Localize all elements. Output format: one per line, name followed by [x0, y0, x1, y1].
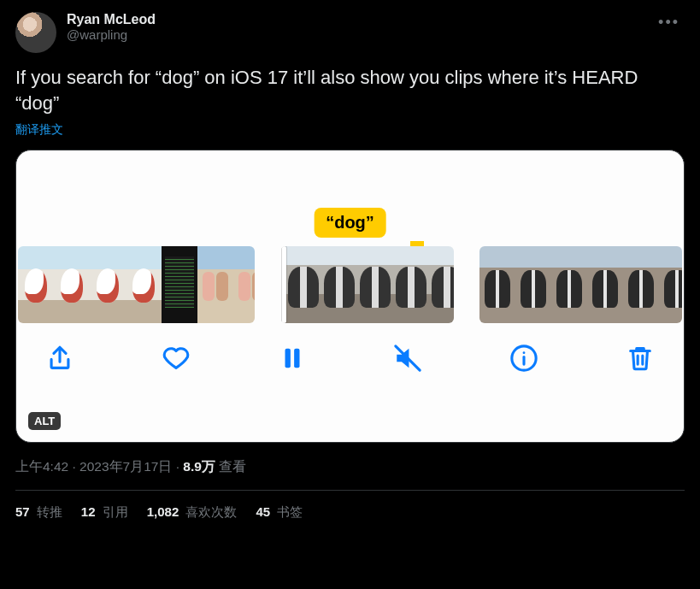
quotes-stat[interactable]: 12 引用: [81, 504, 128, 521]
thumbnail: [515, 246, 551, 323]
volume-off-icon[interactable]: [393, 344, 422, 373]
thumbnail: [587, 246, 623, 323]
thumbnail: [233, 246, 255, 323]
svg-rect-0: [285, 349, 290, 368]
thumbnail: [551, 246, 587, 323]
clip-group[interactable]: [18, 246, 255, 323]
avatar[interactable]: [15, 12, 56, 53]
media-toolbar: [16, 323, 684, 392]
thumbnail: [659, 246, 682, 323]
share-icon[interactable]: [45, 344, 74, 373]
thumbnail: [197, 246, 233, 323]
thumbnail: [356, 246, 392, 323]
media-card[interactable]: “dog”: [15, 150, 685, 443]
tweet-header: Ryan McLeod @warpling •••: [15, 12, 685, 53]
clip-group[interactable]: [479, 246, 682, 323]
thumbnail: [321, 246, 356, 323]
tweet-meta[interactable]: 上午4:42 · 2023年7月17日 · 8.9万 查看: [15, 458, 685, 476]
playhead[interactable]: [282, 246, 286, 323]
thumbnail: [392, 246, 428, 323]
views-label: 查看: [215, 459, 246, 474]
thumbnail: [54, 246, 90, 323]
clip-group[interactable]: [280, 246, 454, 323]
views-count: 8.9万: [183, 459, 215, 474]
stats-row: 57 转推 12 引用 1,082 喜欢次数 45 书签: [15, 504, 685, 521]
translate-link[interactable]: 翻译推文: [15, 122, 685, 138]
trash-icon[interactable]: [626, 344, 655, 373]
tweet: Ryan McLeod @warpling ••• If you search …: [0, 0, 700, 521]
info-icon[interactable]: [509, 344, 538, 373]
tweet-date: 2023年7月17日: [79, 459, 172, 474]
author-block[interactable]: Ryan McLeod @warpling: [67, 12, 643, 42]
media-top-area: “dog”: [16, 150, 684, 246]
thumbnail: [162, 246, 197, 323]
thumbnail: [479, 246, 515, 323]
display-name: Ryan McLeod: [67, 12, 643, 27]
thumbnail: [285, 246, 321, 323]
bookmarks-stat[interactable]: 45 书签: [256, 504, 303, 521]
likes-stat[interactable]: 1,082 喜欢次数: [147, 504, 238, 521]
search-term-bubble: “dog”: [314, 208, 386, 238]
video-filmstrip[interactable]: [16, 246, 684, 323]
tweet-time: 上午4:42: [15, 459, 68, 474]
thumbnail: [18, 246, 54, 323]
thumbnail: [623, 246, 659, 323]
thumbnail: [126, 246, 162, 323]
handle: @warpling: [67, 27, 643, 42]
heart-icon[interactable]: [162, 344, 191, 373]
svg-point-5: [523, 352, 526, 355]
more-button[interactable]: •••: [653, 12, 685, 33]
tweet-text: If you search for “dog” on iOS 17 it’ll …: [15, 65, 685, 115]
retweets-stat[interactable]: 57 转推: [15, 504, 62, 521]
alt-badge[interactable]: ALT: [28, 412, 61, 430]
svg-rect-1: [294, 349, 299, 368]
thumbnail: [428, 246, 454, 323]
divider: [15, 490, 685, 491]
pause-icon[interactable]: [278, 344, 307, 373]
thumbnail: [90, 246, 126, 323]
